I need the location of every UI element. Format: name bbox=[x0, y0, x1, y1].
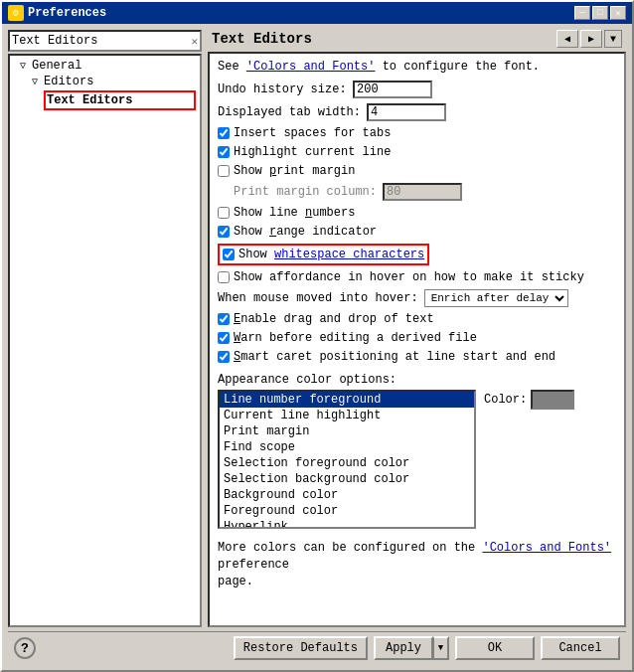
filter-clear-icon[interactable]: ✕ bbox=[191, 35, 198, 48]
show-line-numbers-checkbox[interactable] bbox=[218, 207, 230, 219]
affordance-label: Show affordance in hover on how to make … bbox=[234, 270, 584, 284]
affordance-checkbox[interactable] bbox=[218, 271, 230, 283]
footer-note: More colors can be configured on the 'Co… bbox=[218, 540, 616, 589]
left-panel: ✕ ▽ General ▽ Editors bbox=[8, 30, 202, 627]
colors-fonts-link-2[interactable]: 'Colors and Fonts' bbox=[482, 541, 611, 555]
restore-defaults-button[interactable]: Restore Defaults bbox=[234, 636, 368, 660]
appearance-row: Line number foreground Current line high… bbox=[218, 390, 616, 529]
color-swatch[interactable] bbox=[531, 390, 574, 410]
window-icon: ⚙ bbox=[8, 5, 24, 21]
tab-width-label: Displayed tab width: bbox=[218, 105, 361, 119]
insert-spaces-label: Insert spaces for tabs bbox=[234, 126, 391, 140]
color-list-item[interactable]: Background color bbox=[220, 487, 474, 503]
tree-panel: ▽ General ▽ Editors Text Editors bbox=[8, 54, 202, 627]
tree-item-editors[interactable]: ▽ Editors bbox=[12, 74, 198, 89]
smart-caret-label: Smart caret positioning at line start an… bbox=[234, 350, 555, 364]
show-range-indicator-checkbox[interactable] bbox=[218, 226, 230, 238]
color-list-item[interactable]: Current line highlight bbox=[220, 408, 474, 423]
nav-dropdown-button[interactable]: ▼ bbox=[604, 30, 622, 48]
show-print-margin-label: Show print margin bbox=[234, 164, 355, 178]
info-suffix: to configure the font. bbox=[375, 60, 540, 74]
show-print-margin-checkbox[interactable] bbox=[218, 165, 230, 177]
window-title: Preferences bbox=[28, 6, 106, 20]
filter-box[interactable]: ✕ bbox=[8, 30, 202, 52]
nav-back-button[interactable]: ◀ bbox=[556, 30, 578, 48]
expand-icon: ▽ bbox=[20, 60, 30, 72]
color-list: Line number foreground Current line high… bbox=[218, 390, 476, 529]
right-panel: Text Editors ◀ ▶ ▼ See 'Colors and Fonts… bbox=[208, 30, 626, 627]
enable-drag-label: Enable drag and drop of text bbox=[234, 312, 434, 326]
appearance-section: Appearance color options: Line number fo… bbox=[218, 373, 616, 529]
undo-history-label: Undo history size: bbox=[218, 83, 347, 96]
tree-item-general[interactable]: ▽ General bbox=[12, 58, 198, 74]
insert-spaces-checkbox[interactable] bbox=[218, 127, 230, 139]
color-list-item[interactable]: Selection background color bbox=[220, 471, 474, 487]
maximize-button[interactable]: □ bbox=[592, 6, 608, 20]
highlight-line-label: Highlight current line bbox=[234, 145, 391, 159]
warn-derived-checkbox[interactable] bbox=[218, 332, 230, 344]
nav-forward-button[interactable]: ▶ bbox=[580, 30, 602, 48]
content-inner: See 'Colors and Fonts' to configure the … bbox=[218, 60, 616, 589]
color-list-item[interactable]: Find scope bbox=[220, 439, 474, 455]
hover-label: When mouse moved into hover: bbox=[218, 291, 418, 305]
help-button[interactable]: ? bbox=[14, 637, 36, 659]
show-print-margin-row: Show print margin bbox=[218, 164, 616, 178]
titlebar-left: ⚙ Preferences bbox=[8, 5, 106, 21]
ok-button[interactable]: OK bbox=[455, 636, 535, 660]
show-range-indicator-row: Show range indicator bbox=[218, 225, 616, 239]
warn-derived-row: Warn before editing a derived file bbox=[218, 331, 616, 345]
smart-caret-row: Smart caret positioning at line start an… bbox=[218, 350, 616, 364]
print-margin-col-input bbox=[383, 183, 462, 201]
enable-drag-checkbox[interactable] bbox=[218, 313, 230, 325]
titlebar-buttons: ─ □ ✕ bbox=[574, 6, 626, 20]
color-label: Color: bbox=[484, 393, 527, 407]
footer-prefix: More colors can be configured on the bbox=[218, 541, 482, 555]
tree-item-text-editors[interactable]: Text Editors bbox=[12, 89, 198, 111]
show-whitespace-label: Show whitespace characters bbox=[238, 248, 424, 261]
undo-history-input[interactable] bbox=[353, 81, 432, 98]
show-whitespace-highlight: Show whitespace characters bbox=[218, 244, 429, 265]
appearance-label: Appearance color options: bbox=[218, 373, 616, 387]
highlight-line-row: Highlight current line bbox=[218, 145, 616, 159]
affordance-row: Show affordance in hover on how to make … bbox=[218, 270, 616, 284]
highlight-line-checkbox[interactable] bbox=[218, 146, 230, 158]
page-title: Text Editors bbox=[212, 31, 312, 47]
color-list-item[interactable]: Selection foreground color bbox=[220, 455, 474, 471]
cancel-button[interactable]: Cancel bbox=[541, 636, 620, 660]
color-list-item[interactable]: Foreground color bbox=[220, 503, 474, 519]
color-list-item[interactable]: Hyperlink bbox=[220, 519, 474, 529]
filter-input[interactable] bbox=[12, 34, 191, 48]
preferences-window: ⚙ Preferences ─ □ ✕ ✕ ▽ General bbox=[0, 0, 634, 672]
apply-dropdown-button[interactable]: ▼ bbox=[433, 636, 449, 660]
insert-spaces-row: Insert spaces for tabs bbox=[218, 126, 616, 140]
color-label-row: Color: bbox=[484, 390, 574, 410]
colors-fonts-link[interactable]: 'Colors and Fonts' bbox=[246, 60, 376, 74]
nav-buttons: ◀ ▶ ▼ bbox=[556, 30, 622, 48]
show-whitespace-checkbox[interactable] bbox=[223, 249, 235, 260]
tree-label-editors: Editors bbox=[44, 75, 93, 88]
show-line-numbers-label: Show line numbers bbox=[234, 206, 355, 220]
info-line: See 'Colors and Fonts' to configure the … bbox=[218, 60, 616, 74]
tab-width-input[interactable] bbox=[367, 103, 446, 121]
color-list-item[interactable]: Line number foreground bbox=[220, 392, 474, 408]
color-list-item[interactable]: Print margin bbox=[220, 423, 474, 439]
titlebar: ⚙ Preferences ─ □ ✕ bbox=[2, 2, 632, 24]
info-prefix: See bbox=[218, 60, 246, 74]
tree-label-general: General bbox=[32, 59, 81, 73]
apply-button[interactable]: Apply bbox=[374, 636, 433, 660]
enable-drag-row: Enable drag and drop of text bbox=[218, 312, 616, 326]
footer-suffix: preferencepage. bbox=[218, 558, 289, 588]
hover-dropdown[interactable]: Enrich after delay Enrich immediately Ne… bbox=[424, 289, 568, 307]
bottom-left: ? bbox=[14, 637, 36, 659]
bottom-bar: ? Restore Defaults Apply ▼ OK Cancel bbox=[8, 631, 626, 664]
apply-group: Apply ▼ bbox=[374, 636, 449, 660]
print-margin-col-row: Print margin column: bbox=[218, 183, 616, 201]
minimize-button[interactable]: ─ bbox=[574, 6, 590, 20]
smart-caret-checkbox[interactable] bbox=[218, 351, 230, 363]
window-content: ✕ ▽ General ▽ Editors bbox=[2, 24, 632, 670]
right-header: Text Editors ◀ ▶ ▼ bbox=[208, 30, 626, 48]
whitespace-link[interactable]: whitespace characters bbox=[274, 248, 424, 261]
close-button[interactable]: ✕ bbox=[610, 6, 626, 20]
print-margin-col-label: Print margin column: bbox=[234, 185, 377, 199]
expand-icon: ▽ bbox=[32, 76, 42, 87]
